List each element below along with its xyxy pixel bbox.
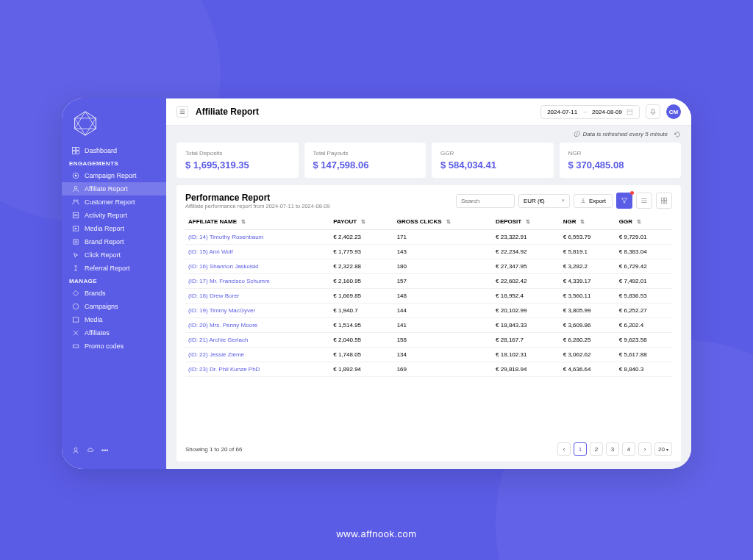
table-row[interactable]: (ID: 18) Drew Borer€ 1,669.85148€ 18,952…	[185, 289, 672, 304]
sidebar-item-activity-report[interactable]: Activity Report	[62, 209, 166, 222]
sidebar: Dashboard ENGAGEMENTS Campaign Report Af…	[62, 98, 166, 469]
cell-ngr: € 6,280.25	[560, 333, 616, 348]
sidebar-item-affiliate-report[interactable]: Affiliate Report	[62, 182, 166, 195]
currency-select[interactable]: EUR (€) ▾	[518, 194, 570, 208]
notifications-button[interactable]	[646, 104, 660, 119]
svg-marker-2	[75, 118, 96, 135]
col-payout[interactable]: PAYOUT⇅	[330, 214, 393, 230]
sidebar-item-brand-report[interactable]: Brand Report	[62, 235, 166, 248]
col-affiliate-name[interactable]: AFFILIATE NAME⇅	[185, 214, 330, 230]
page-2[interactable]: 2	[590, 442, 603, 456]
sidebar-item-customer-report[interactable]: Customer Report	[62, 195, 166, 209]
col-ggr[interactable]: GGR⇅	[616, 214, 672, 230]
performance-report-card: Performance Report Affiliate performance…	[176, 185, 681, 462]
cell-ngr: € 4,636.64	[560, 362, 616, 377]
chevron-down-icon: ▾	[666, 447, 668, 452]
table-row[interactable]: (ID: 22) Jessie Zieme€ 1,748.05134€ 18,1…	[185, 348, 672, 362]
filter-button[interactable]	[616, 193, 632, 209]
table-row[interactable]: (ID: 23) Dr. Phil Kunze PhD€ 1,892.94169…	[185, 362, 672, 377]
cell-payout: € 1,748.05	[330, 348, 393, 362]
more-icon[interactable]: •••	[101, 447, 108, 454]
activity-icon	[72, 212, 79, 219]
sidebar-item-affiliates[interactable]: Affiliates	[62, 326, 166, 340]
svg-rect-17	[73, 317, 79, 322]
cell-deposit: € 27,347.95	[493, 259, 560, 274]
svg-rect-24	[665, 201, 667, 204]
menu-toggle[interactable]	[176, 106, 188, 118]
cell-name: (ID: 15) Ann Wolf	[185, 245, 330, 259]
brand-icon	[72, 238, 79, 245]
user-footer-icon[interactable]	[72, 447, 79, 454]
col-ngr[interactable]: NGR⇅	[560, 214, 616, 230]
table-row[interactable]: (ID: 14) Timothy Rosenbaum€ 2,402.23171€…	[185, 230, 672, 245]
cell-payout: € 2,160.95	[330, 274, 393, 289]
report-title: Performance Report	[185, 193, 330, 203]
svg-point-11	[76, 200, 79, 202]
cloud-icon[interactable]	[87, 447, 94, 454]
sidebar-item-media-report[interactable]: Media Report	[62, 222, 166, 235]
logo	[72, 110, 99, 137]
per-page-select[interactable]: 20 ▾	[654, 442, 672, 456]
table-row[interactable]: (ID: 19) Timmy MacGyver€ 1,940.7144€ 20,…	[185, 304, 672, 318]
cell-ngr: € 3,282.2	[560, 259, 616, 274]
sidebar-item-campaigns[interactable]: Campaigns	[62, 300, 166, 313]
sidebar-item-label: Affiliate Report	[85, 185, 128, 193]
sidebar-item-label: Campaign Report	[85, 172, 137, 179]
page-next[interactable]: ›	[638, 442, 652, 456]
cell-ngr: € 6,553.79	[560, 230, 616, 245]
cell-name: (ID: 23) Dr. Phil Kunze PhD	[185, 362, 330, 377]
svg-rect-21	[661, 198, 663, 200]
main-content: Affiliate Report 2024-07-11 → 2024-08-09…	[166, 98, 691, 469]
page-3[interactable]: 3	[606, 442, 619, 456]
stat-total-deposits: Total Deposits $ 1,695,319.35	[176, 143, 299, 178]
page-1[interactable]: 1	[574, 442, 587, 456]
sidebar-item-click-report[interactable]: Click Report	[62, 248, 166, 262]
cell-ggr: € 6,202.4	[616, 318, 672, 333]
sidebar-item-campaign-report[interactable]: Campaign Report	[62, 169, 166, 182]
search-input[interactable]	[456, 194, 515, 208]
sidebar-item-dashboard[interactable]: Dashboard	[62, 144, 166, 157]
sidebar-item-brands[interactable]: Brands	[62, 287, 166, 300]
cell-name: (ID: 16) Shannon Jaskolski	[185, 259, 330, 274]
table-row[interactable]: (ID: 17) Mr. Francisco Schumm€ 2,160.951…	[185, 274, 672, 289]
cell-name: (ID: 17) Mr. Francisco Schumm	[185, 274, 330, 289]
cell-clicks: 158	[394, 333, 493, 348]
cell-clicks: 141	[394, 318, 493, 333]
cell-payout: € 1,892.94	[330, 362, 393, 377]
svg-rect-12	[73, 212, 79, 218]
dashboard-icon	[72, 147, 79, 154]
cell-ggr: € 6,252.27	[616, 304, 672, 318]
currency-value: EUR (€)	[524, 198, 545, 204]
svg-point-15	[75, 241, 77, 243]
table-row[interactable]: (ID: 21) Archie Gerlach€ 2,040.55158€ 28…	[185, 333, 672, 348]
refresh-icon[interactable]	[674, 131, 681, 138]
click-icon	[72, 251, 79, 259]
table-row[interactable]: (ID: 15) Ann Wolf€ 1,775.93143€ 22,234.9…	[185, 245, 672, 259]
sidebar-item-label: Activity Report	[85, 212, 127, 219]
sidebar-item-label: Customer Report	[85, 198, 135, 206]
table-row[interactable]: (ID: 16) Shannon Jaskolski€ 2,322.88180€…	[185, 259, 672, 274]
campaigns-icon	[72, 303, 79, 310]
svg-rect-22	[665, 198, 667, 200]
svg-rect-20	[627, 110, 632, 114]
page-4[interactable]: 4	[622, 442, 635, 456]
avatar[interactable]: CM	[666, 104, 681, 119]
col-gross-clicks[interactable]: GROSS CLICKS⇅	[394, 214, 493, 230]
promo-icon	[72, 342, 79, 350]
view-list-button[interactable]	[636, 193, 652, 209]
date-range-picker[interactable]: 2024-07-11 → 2024-08-09	[540, 105, 640, 119]
sidebar-item-referral-report[interactable]: Referral Report	[62, 262, 166, 275]
sidebar-item-media[interactable]: Media	[62, 313, 166, 326]
view-grid-button[interactable]	[656, 193, 672, 209]
calendar-icon	[627, 109, 633, 115]
cell-ngr: € 4,339.17	[560, 274, 616, 289]
cell-deposit: € 18,952.4	[493, 289, 560, 304]
col-deposit[interactable]: DEPOSIT⇅	[493, 214, 560, 230]
page-prev[interactable]: ‹	[557, 442, 571, 456]
sidebar-item-promo-codes[interactable]: Promo codes	[62, 340, 166, 353]
filter-badge	[630, 191, 634, 195]
sidebar-section-engagements: ENGAGEMENTS	[62, 157, 166, 169]
export-button[interactable]: Export	[574, 194, 613, 208]
table-row[interactable]: (ID: 20) Mrs. Penny Moore€ 1,514.95141€ …	[185, 318, 672, 333]
sort-icon: ⇅	[637, 219, 641, 225]
